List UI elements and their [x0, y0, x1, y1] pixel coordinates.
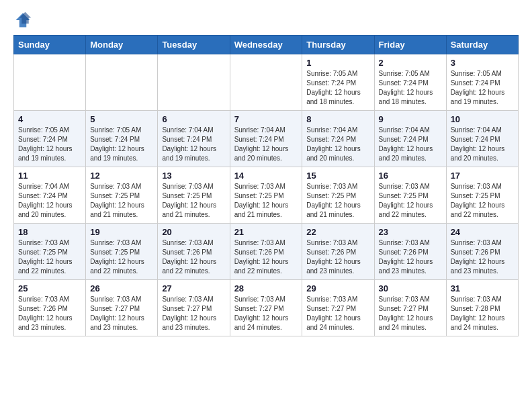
calendar-cell: 1Sunrise: 7:05 AM Sunset: 7:24 PM Daylig… — [302, 54, 374, 111]
day-number: 2 — [379, 58, 442, 68]
calendar-cell: 28Sunrise: 7:03 AM Sunset: 7:27 PM Dayli… — [230, 280, 302, 336]
day-number: 17 — [451, 171, 514, 181]
day-number: 5 — [90, 114, 153, 124]
day-info: Sunrise: 7:03 AM Sunset: 7:25 PM Dayligh… — [90, 238, 153, 276]
calendar-week-1: 1Sunrise: 7:05 AM Sunset: 7:24 PM Daylig… — [14, 54, 519, 111]
day-info: Sunrise: 7:03 AM Sunset: 7:27 PM Dayligh… — [306, 295, 369, 332]
day-info: Sunrise: 7:03 AM Sunset: 7:26 PM Dayligh… — [162, 238, 225, 276]
calendar-cell: 5Sunrise: 7:05 AM Sunset: 7:24 PM Daylig… — [86, 111, 158, 167]
day-number: 12 — [90, 171, 153, 181]
calendar-cell: 21Sunrise: 7:03 AM Sunset: 7:26 PM Dayli… — [230, 224, 302, 280]
calendar-cell: 16Sunrise: 7:03 AM Sunset: 7:25 PM Dayli… — [374, 167, 446, 224]
calendar-week-5: 25Sunrise: 7:03 AM Sunset: 7:26 PM Dayli… — [14, 280, 519, 336]
day-number: 16 — [379, 171, 442, 181]
calendar-cell: 13Sunrise: 7:03 AM Sunset: 7:25 PM Dayli… — [158, 167, 230, 224]
day-info: Sunrise: 7:05 AM Sunset: 7:24 PM Dayligh… — [451, 69, 514, 107]
day-info: Sunrise: 7:04 AM Sunset: 7:24 PM Dayligh… — [162, 126, 225, 163]
day-info: Sunrise: 7:04 AM Sunset: 7:24 PM Dayligh… — [306, 126, 369, 163]
day-number: 26 — [90, 283, 153, 293]
calendar-week-3: 11Sunrise: 7:04 AM Sunset: 7:24 PM Dayli… — [14, 167, 519, 224]
calendar-cell: 4Sunrise: 7:05 AM Sunset: 7:24 PM Daylig… — [14, 111, 86, 167]
day-number: 4 — [18, 114, 81, 124]
day-number: 15 — [306, 171, 369, 181]
calendar-header-row: SundayMondayTuesdayWednesdayThursdayFrid… — [14, 36, 519, 54]
day-number: 10 — [451, 114, 514, 124]
calendar-cell: 9Sunrise: 7:04 AM Sunset: 7:24 PM Daylig… — [374, 111, 446, 167]
day-info: Sunrise: 7:03 AM Sunset: 7:25 PM Dayligh… — [90, 182, 153, 220]
calendar-cell: 6Sunrise: 7:04 AM Sunset: 7:24 PM Daylig… — [158, 111, 230, 167]
day-number: 20 — [162, 227, 225, 237]
calendar-cell: 29Sunrise: 7:03 AM Sunset: 7:27 PM Dayli… — [302, 280, 374, 336]
day-info: Sunrise: 7:03 AM Sunset: 7:25 PM Dayligh… — [306, 182, 369, 220]
day-info: Sunrise: 7:05 AM Sunset: 7:24 PM Dayligh… — [18, 126, 81, 163]
day-info: Sunrise: 7:03 AM Sunset: 7:25 PM Dayligh… — [18, 238, 81, 276]
day-number: 31 — [451, 283, 514, 293]
calendar-cell: 30Sunrise: 7:03 AM Sunset: 7:27 PM Dayli… — [374, 280, 446, 336]
day-info: Sunrise: 7:03 AM Sunset: 7:25 PM Dayligh… — [234, 182, 298, 220]
calendar-cell: 3Sunrise: 7:05 AM Sunset: 7:24 PM Daylig… — [446, 54, 518, 111]
day-info: Sunrise: 7:03 AM Sunset: 7:26 PM Dayligh… — [234, 238, 298, 276]
day-info: Sunrise: 7:04 AM Sunset: 7:24 PM Dayligh… — [379, 126, 442, 163]
day-number: 30 — [379, 283, 442, 293]
day-info: Sunrise: 7:04 AM Sunset: 7:24 PM Dayligh… — [234, 126, 298, 163]
day-number: 25 — [18, 283, 81, 293]
day-info: Sunrise: 7:05 AM Sunset: 7:24 PM Dayligh… — [90, 126, 153, 163]
calendar-cell: 27Sunrise: 7:03 AM Sunset: 7:27 PM Dayli… — [158, 280, 230, 336]
calendar-table: SundayMondayTuesdayWednesdayThursdayFrid… — [13, 35, 519, 336]
column-header-monday: Monday — [86, 36, 158, 54]
calendar-cell: 14Sunrise: 7:03 AM Sunset: 7:25 PM Dayli… — [230, 167, 302, 224]
day-info: Sunrise: 7:03 AM Sunset: 7:25 PM Dayligh… — [379, 182, 442, 220]
day-number: 11 — [18, 171, 81, 181]
calendar-cell: 31Sunrise: 7:03 AM Sunset: 7:28 PM Dayli… — [446, 280, 518, 336]
day-number: 14 — [234, 171, 298, 181]
calendar-cell: 7Sunrise: 7:04 AM Sunset: 7:24 PM Daylig… — [230, 111, 302, 167]
day-info: Sunrise: 7:03 AM Sunset: 7:25 PM Dayligh… — [162, 182, 225, 220]
day-info: Sunrise: 7:03 AM Sunset: 7:26 PM Dayligh… — [18, 295, 81, 332]
calendar-cell — [14, 54, 86, 111]
calendar-cell — [230, 54, 302, 111]
calendar-cell — [158, 54, 230, 111]
day-number: 19 — [90, 227, 153, 237]
calendar-cell: 26Sunrise: 7:03 AM Sunset: 7:27 PM Dayli… — [86, 280, 158, 336]
day-info: Sunrise: 7:03 AM Sunset: 7:26 PM Dayligh… — [379, 238, 442, 276]
day-number: 28 — [234, 283, 298, 293]
day-number: 1 — [306, 58, 369, 68]
day-info: Sunrise: 7:03 AM Sunset: 7:27 PM Dayligh… — [379, 295, 442, 332]
day-number: 22 — [306, 227, 369, 237]
calendar-cell: 12Sunrise: 7:03 AM Sunset: 7:25 PM Dayli… — [86, 167, 158, 224]
calendar-cell: 24Sunrise: 7:03 AM Sunset: 7:26 PM Dayli… — [446, 224, 518, 280]
column-header-thursday: Thursday — [302, 36, 374, 54]
day-number: 29 — [306, 283, 369, 293]
day-info: Sunrise: 7:05 AM Sunset: 7:24 PM Dayligh… — [379, 69, 442, 107]
calendar-cell — [86, 54, 158, 111]
logo — [13, 11, 35, 30]
day-number: 24 — [451, 227, 514, 237]
calendar-cell: 10Sunrise: 7:04 AM Sunset: 7:24 PM Dayli… — [446, 111, 518, 167]
calendar-cell: 8Sunrise: 7:04 AM Sunset: 7:24 PM Daylig… — [302, 111, 374, 167]
day-number: 13 — [162, 171, 225, 181]
calendar-cell: 15Sunrise: 7:03 AM Sunset: 7:25 PM Dayli… — [302, 167, 374, 224]
day-number: 21 — [234, 227, 298, 237]
day-info: Sunrise: 7:03 AM Sunset: 7:27 PM Dayligh… — [90, 295, 153, 332]
day-number: 3 — [451, 58, 514, 68]
day-number: 7 — [234, 114, 298, 124]
day-info: Sunrise: 7:03 AM Sunset: 7:25 PM Dayligh… — [451, 182, 514, 220]
column-header-saturday: Saturday — [446, 36, 518, 54]
calendar-week-2: 4Sunrise: 7:05 AM Sunset: 7:24 PM Daylig… — [14, 111, 519, 167]
day-info: Sunrise: 7:04 AM Sunset: 7:24 PM Dayligh… — [451, 126, 514, 163]
calendar-cell: 2Sunrise: 7:05 AM Sunset: 7:24 PM Daylig… — [374, 54, 446, 111]
day-number: 8 — [306, 114, 369, 124]
logo-icon — [13, 11, 32, 30]
calendar-cell: 22Sunrise: 7:03 AM Sunset: 7:26 PM Dayli… — [302, 224, 374, 280]
calendar-cell: 19Sunrise: 7:03 AM Sunset: 7:25 PM Dayli… — [86, 224, 158, 280]
day-info: Sunrise: 7:04 AM Sunset: 7:24 PM Dayligh… — [18, 182, 81, 220]
day-number: 27 — [162, 283, 225, 293]
calendar-cell: 11Sunrise: 7:04 AM Sunset: 7:24 PM Dayli… — [14, 167, 86, 224]
page-header — [13, 11, 519, 30]
calendar-cell: 20Sunrise: 7:03 AM Sunset: 7:26 PM Dayli… — [158, 224, 230, 280]
column-header-wednesday: Wednesday — [230, 36, 302, 54]
calendar-cell: 25Sunrise: 7:03 AM Sunset: 7:26 PM Dayli… — [14, 280, 86, 336]
column-header-sunday: Sunday — [14, 36, 86, 54]
day-info: Sunrise: 7:03 AM Sunset: 7:28 PM Dayligh… — [451, 295, 514, 332]
calendar-cell: 23Sunrise: 7:03 AM Sunset: 7:26 PM Dayli… — [374, 224, 446, 280]
